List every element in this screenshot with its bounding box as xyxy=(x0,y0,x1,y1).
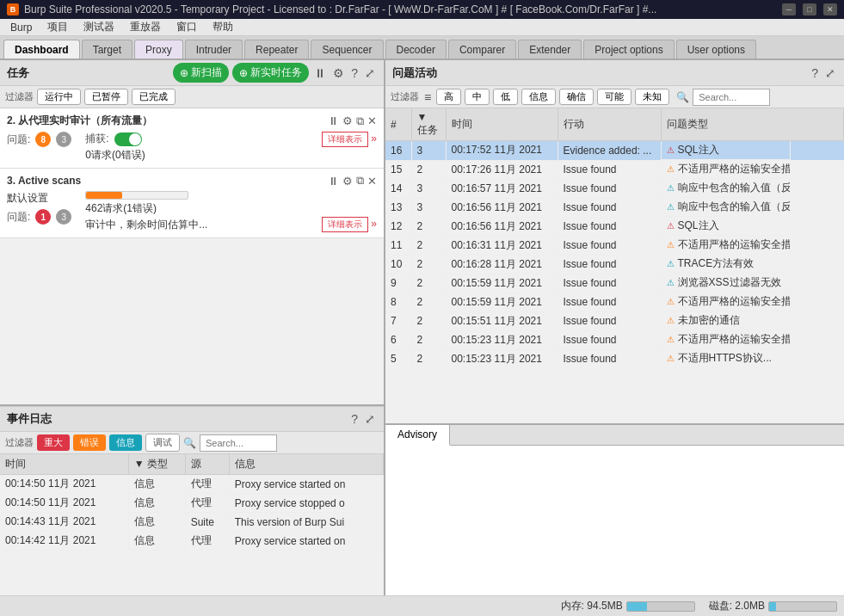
issues-filter-high[interactable]: 高 xyxy=(436,89,461,105)
issue-row[interactable]: 12 2 00:16:56 11月 2021 Issue found ⚠ SQL… xyxy=(385,217,844,236)
event-filter-critical[interactable]: 重大 xyxy=(37,434,70,451)
help-button[interactable]: ? xyxy=(349,65,360,82)
col-time[interactable]: 时间 xyxy=(0,454,128,475)
issues-filter-possible[interactable]: 可能 xyxy=(597,89,631,105)
event-help-button[interactable]: ? xyxy=(349,410,360,428)
tab-repeater[interactable]: Repeater xyxy=(244,40,309,59)
issue-type: ⚠ 不适用严格的运输安全措施 xyxy=(662,160,791,179)
minimize-button[interactable]: ─ xyxy=(782,3,796,15)
issue-row[interactable]: 6 2 00:15:23 11月 2021 Issue found ⚠ 不适用严… xyxy=(385,330,844,349)
issue-row[interactable]: 15 2 00:17:26 11月 2021 Issue found ⚠ 不适用… xyxy=(385,160,844,179)
task2-close-icon[interactable]: ✕ xyxy=(367,114,377,127)
issues-help-button[interactable]: ? xyxy=(810,65,820,82)
issue-row[interactable]: 8 2 00:15:59 11月 2021 Issue found ⚠ 不适用严… xyxy=(385,293,844,311)
issue-row[interactable]: 10 2 00:16:28 11月 2021 Issue found ⚠ TRA… xyxy=(385,255,844,274)
menu-scanner[interactable]: 测试器 xyxy=(77,18,121,36)
menu-project[interactable]: 项目 xyxy=(40,18,75,36)
event-row[interactable]: 00:14:42 11月 2021 信息 代理 Proxy service st… xyxy=(0,532,384,551)
menu-burp[interactable]: Burp xyxy=(3,20,39,35)
tab-extender[interactable]: Extender xyxy=(518,40,582,59)
event-filter-info[interactable]: 信息 xyxy=(109,434,142,451)
issue-row[interactable]: 7 2 00:15:51 11月 2021 Issue found ⚠ 未加密的… xyxy=(385,311,844,330)
task3-settings-icon[interactable]: ⚙ xyxy=(342,175,353,188)
task2-copy-icon[interactable]: ⧉ xyxy=(356,114,364,128)
task3-detail-link[interactable]: 详细表示 xyxy=(322,217,368,232)
col-type[interactable]: ▼ 类型 xyxy=(128,454,185,475)
issue-action: Issue found xyxy=(558,198,661,217)
issues-col-num[interactable]: # xyxy=(385,108,411,141)
event-row[interactable]: 00:14:50 11月 2021 信息 代理 Proxy service st… xyxy=(0,494,384,513)
task2-pause-icon[interactable]: ⏸ xyxy=(328,114,339,127)
close-button[interactable]: ✕ xyxy=(823,3,837,15)
expand-button[interactable]: ⤢ xyxy=(363,65,377,82)
issue-action: Issue found xyxy=(558,160,661,179)
col-source[interactable]: 源 xyxy=(185,454,229,475)
menu-window[interactable]: 窗口 xyxy=(169,18,204,36)
new-live-task-button[interactable]: ⊕ 新实时任务 xyxy=(232,63,309,83)
issue-row[interactable]: 13 3 00:16:56 11月 2021 Issue found ⚠ 响应中… xyxy=(385,198,844,217)
issue-num: 6 xyxy=(385,330,411,349)
issues-search-input[interactable] xyxy=(693,89,770,106)
menu-repeater[interactable]: 重放器 xyxy=(123,18,168,36)
issues-filter-low[interactable]: 低 xyxy=(493,89,518,105)
issues-filter-unknown[interactable]: 未知 xyxy=(635,89,669,105)
col-message[interactable]: 信息 xyxy=(229,454,383,475)
issue-num: 15 xyxy=(385,160,411,179)
issues-col-task[interactable]: ▼ 任务 xyxy=(411,108,446,141)
event-expand-button[interactable]: ⤢ xyxy=(363,410,377,428)
event-row[interactable]: 00:14:50 11月 2021 信息 代理 Proxy service st… xyxy=(0,475,384,494)
filter-paused[interactable]: 已暂停 xyxy=(84,89,128,105)
left-panel: 任务 ⊕ 新扫描 ⊕ 新实时任务 ⏸ ⚙ ? ⤢ xyxy=(0,60,385,595)
filter-running[interactable]: 运行中 xyxy=(37,89,81,105)
task3-progress-fill xyxy=(86,192,121,199)
issues-col-type[interactable]: 问题类型 xyxy=(661,108,844,141)
maximize-button[interactable]: □ xyxy=(803,3,816,15)
event-source: 代理 xyxy=(185,532,229,551)
event-row[interactable]: 00:14:43 11月 2021 信息 Suite This version … xyxy=(0,513,384,532)
menu-help[interactable]: 帮助 xyxy=(206,18,240,36)
tab-proxy[interactable]: Proxy xyxy=(134,40,183,59)
tab-decoder[interactable]: Decoder xyxy=(385,40,447,59)
new-scan-button[interactable]: ⊕ 新扫描 xyxy=(173,63,229,83)
event-filter-error[interactable]: 错误 xyxy=(73,434,106,451)
event-search-input[interactable] xyxy=(200,434,277,452)
tab-intruder[interactable]: Intruder xyxy=(185,40,243,59)
issue-type: ⚠ 响应中包含的输入值（反射... xyxy=(662,179,791,198)
task2-detail-link[interactable]: 详细表示 xyxy=(322,132,368,147)
task2-arrow: » xyxy=(371,132,377,145)
issues-expand-button[interactable]: ⤢ xyxy=(823,65,837,82)
issues-filter-info[interactable]: 信息 xyxy=(521,89,556,105)
tab-dashboard[interactable]: Dashboard xyxy=(3,40,80,59)
issue-row[interactable]: 16 3 00:17:52 11月 2021 Evidence added: .… xyxy=(385,141,844,161)
event-source: 代理 xyxy=(185,494,229,513)
tab-sequencer[interactable]: Sequencer xyxy=(311,40,383,59)
advisory-tab[interactable]: Advisory xyxy=(385,425,450,446)
issues-col-time[interactable]: 时间 xyxy=(446,108,558,141)
issue-time: 00:16:56 11月 2021 xyxy=(446,217,558,236)
pause-all-button[interactable]: ⏸ xyxy=(312,65,328,82)
issue-row[interactable]: 14 3 00:16:57 11月 2021 Issue found ⚠ 响应中… xyxy=(385,179,844,198)
memory-status: 内存: 94.5MB xyxy=(561,599,695,613)
issues-filter-icon[interactable]: ≡ xyxy=(422,89,433,106)
tab-project-options[interactable]: Project options xyxy=(583,40,674,59)
settings-button[interactable]: ⚙ xyxy=(331,65,346,82)
tab-user-options[interactable]: User options xyxy=(676,40,756,59)
task2-settings-icon[interactable]: ⚙ xyxy=(342,114,353,127)
event-filter-debug[interactable]: 调试 xyxy=(145,434,180,452)
task3-pause-icon[interactable]: ⏸ xyxy=(328,175,339,188)
task3-copy-icon[interactable]: ⧉ xyxy=(356,174,364,188)
issue-row[interactable]: 9 2 00:15:59 11月 2021 Issue found ⚠ 浏览器X… xyxy=(385,274,844,293)
issues-col-action[interactable]: 行动 xyxy=(558,108,661,141)
issues-filter-medium[interactable]: 中 xyxy=(465,89,490,105)
task2-toggle[interactable] xyxy=(114,132,142,146)
filter-completed[interactable]: 已完成 xyxy=(132,89,176,105)
event-log-section: 事件日志 ? ⤢ 过滤器 重大 错误 信息 调试 🔍 xyxy=(0,406,384,595)
tab-target[interactable]: Target xyxy=(82,40,132,59)
issues-filter-certain[interactable]: 确信 xyxy=(559,89,594,105)
issue-time: 00:16:56 11月 2021 xyxy=(446,198,558,217)
tasks-filter-bar: 过滤器 运行中 已暂停 已完成 xyxy=(0,86,384,108)
issue-row[interactable]: 5 2 00:15:23 11月 2021 Issue found ⚠ 不适用H… xyxy=(385,349,844,368)
task3-close-icon[interactable]: ✕ xyxy=(367,175,377,188)
tab-comparer[interactable]: Comparer xyxy=(448,40,516,59)
issue-row[interactable]: 11 2 00:16:31 11月 2021 Issue found ⚠ 不适用… xyxy=(385,236,844,255)
